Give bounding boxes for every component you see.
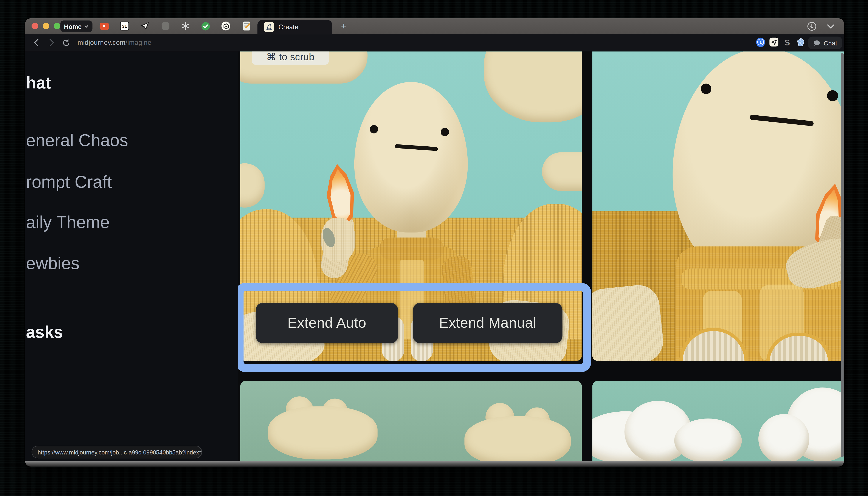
url-bar: midjourney.com/imagine 1 S Chat <box>25 34 844 51</box>
crystal-icon[interactable] <box>796 38 805 46</box>
wool-cloud <box>758 414 809 462</box>
knit-cloud <box>464 416 571 462</box>
downloads-button[interactable] <box>805 20 818 32</box>
back-button[interactable] <box>32 38 41 47</box>
generated-image-2[interactable] <box>592 51 844 361</box>
inactive-extension-icon[interactable] <box>160 21 170 31</box>
url-path: /imagine <box>125 39 152 46</box>
reload-button[interactable] <box>61 38 70 47</box>
knit-cloud <box>542 152 582 191</box>
sidebar-item-newbies[interactable]: ewbies <box>26 253 79 274</box>
s-extension-icon[interactable]: S <box>783 38 792 46</box>
midjourney-sailboat-icon <box>264 22 274 32</box>
sidebar-item-prompt-craft[interactable]: rompt Craft <box>26 172 112 192</box>
doll-eye-right <box>827 90 838 101</box>
pencil-icon <box>245 23 250 28</box>
status-url: https://www.midjourney.com/job...c-a99c-… <box>32 446 202 458</box>
paper-plane-icon[interactable] <box>140 21 150 31</box>
minimize-window-button[interactable] <box>43 22 49 29</box>
youtube-icon[interactable] <box>99 21 109 31</box>
one-password-icon[interactable]: 1 <box>756 38 765 46</box>
wool-cloud <box>674 418 742 462</box>
knit-cloud <box>268 406 377 460</box>
extend-auto-button[interactable]: Extend Auto <box>256 303 398 343</box>
sidebar: hat eneral Chaos rompt Craft aily Theme … <box>25 51 238 462</box>
doll-eye-right <box>441 128 449 136</box>
youtube-play-icon <box>99 22 109 30</box>
new-tab-button[interactable]: + <box>338 20 350 33</box>
pillow <box>592 283 665 361</box>
generated-image-4[interactable] <box>592 381 844 462</box>
sidebar-item-daily-theme[interactable]: aily Theme <box>26 213 110 232</box>
desktop: Home 31 <box>0 0 868 496</box>
chat-label: Chat <box>824 40 837 46</box>
close-window-button[interactable] <box>32 22 38 29</box>
chat-bubble-icon <box>813 40 820 46</box>
asterisk-icon[interactable] <box>181 21 190 31</box>
scrub-hint-badge: ⌘ to scrub <box>252 51 329 65</box>
image-grid: ⌘ to scrub Extend Auto Extend Manual <box>238 51 844 462</box>
browser-window: Home 31 <box>25 18 844 467</box>
home-label: Home <box>64 23 82 30</box>
generated-image-3[interactable] <box>240 381 582 462</box>
forward-button[interactable] <box>47 38 56 47</box>
openai-icon[interactable] <box>221 21 231 31</box>
tab-create[interactable]: Create <box>258 20 332 34</box>
tab-overview-chevron-button[interactable] <box>824 20 837 32</box>
page-content: hat eneral Chaos rompt Craft aily Theme … <box>25 51 844 462</box>
one-password-digit: 1 <box>757 39 764 45</box>
url-domain: midjourney.com <box>78 39 125 46</box>
sidebar-item-general-chaos[interactable]: eneral Chaos <box>26 131 128 151</box>
home-button[interactable]: Home <box>60 20 92 32</box>
titlebar: Home 31 <box>25 18 844 34</box>
notes-icon[interactable] <box>241 21 251 31</box>
check-circle-icon[interactable] <box>200 21 210 31</box>
calendar-icon[interactable]: 31 <box>120 21 129 31</box>
doll-eye-left <box>370 125 378 134</box>
doll-eye-left <box>701 83 711 94</box>
send-plane-icon[interactable] <box>770 38 778 46</box>
calendar-day: 31 <box>120 21 129 30</box>
window-bottom-edge <box>25 461 844 467</box>
zoom-window-button[interactable] <box>53 22 60 29</box>
address-field[interactable]: midjourney.com/imagine <box>78 39 151 46</box>
chat-button[interactable]: Chat <box>808 36 842 49</box>
chevron-down-icon <box>84 25 89 28</box>
sweater-collar <box>380 237 444 260</box>
extend-manual-button[interactable]: Extend Manual <box>413 303 562 343</box>
tab-label: Create <box>278 23 298 31</box>
sidebar-item-chat[interactable]: hat <box>26 74 51 92</box>
sidebar-item-tasks[interactable]: asks <box>26 323 63 341</box>
scrollbar[interactable] <box>841 53 844 457</box>
